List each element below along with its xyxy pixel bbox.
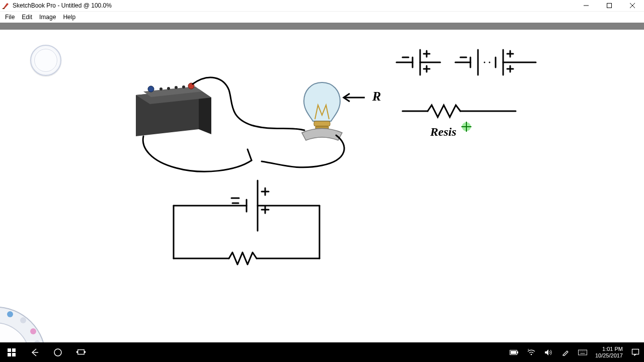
menubar: File Edit Image Help	[0, 12, 644, 23]
svg-point-30	[484, 62, 486, 63]
wifi-icon[interactable]: *	[527, 348, 536, 357]
task-view-button[interactable]	[76, 348, 86, 357]
svg-rect-0	[3, 8, 5, 9]
app-icon	[2, 2, 10, 10]
svg-point-77	[531, 354, 532, 355]
resistor-symbol	[403, 105, 516, 117]
battery-image	[136, 83, 211, 136]
menu-file[interactable]: File	[2, 13, 18, 22]
svg-point-13	[175, 86, 178, 89]
battery-icon[interactable]	[510, 348, 519, 357]
close-button[interactable]	[621, 0, 644, 11]
start-button[interactable]	[7, 348, 16, 357]
svg-rect-65	[8, 348, 11, 352]
svg-point-11	[159, 87, 163, 90]
svg-rect-73	[84, 351, 86, 353]
svg-marker-79	[545, 349, 548, 355]
window-controls	[575, 0, 644, 11]
cell-symbol-double	[455, 50, 536, 75]
svg-rect-67	[8, 353, 11, 356]
keyboard-icon[interactable]	[578, 348, 587, 357]
minimize-button[interactable]	[575, 0, 598, 11]
svg-rect-76	[511, 351, 516, 354]
maximize-button[interactable]	[598, 0, 621, 11]
back-button[interactable]	[30, 348, 39, 357]
svg-point-9	[148, 86, 154, 92]
svg-rect-68	[12, 353, 16, 356]
svg-rect-15	[314, 121, 330, 126]
canvas[interactable]: R Resis	[0, 30, 644, 342]
schematic-circuit	[174, 180, 319, 264]
lightbulb-image	[302, 82, 342, 140]
svg-rect-80	[578, 350, 587, 355]
menu-help[interactable]: Help	[60, 13, 78, 22]
svg-point-14	[182, 85, 185, 88]
label-r: R	[372, 89, 381, 104]
volume-icon[interactable]	[544, 348, 553, 357]
svg-rect-2	[607, 4, 612, 8]
svg-point-31	[489, 62, 491, 63]
taskbar: * 1:01 PM 10/25/2017	[0, 342, 644, 362]
menu-edit[interactable]: Edit	[19, 13, 35, 22]
label-resistor: Resis	[430, 125, 456, 139]
svg-rect-72	[76, 351, 78, 353]
pen-icon[interactable]	[561, 348, 570, 357]
titlebar: SketchBook Pro - Untitled @ 100.0%	[0, 0, 644, 12]
svg-rect-87	[632, 349, 639, 354]
clock-date: 10/25/2017	[595, 352, 623, 359]
svg-rect-75	[517, 351, 518, 353]
drawing-layer	[0, 30, 644, 342]
svg-rect-71	[78, 350, 85, 354]
system-tray: * 1:01 PM 10/25/2017	[510, 346, 640, 359]
svg-point-60	[7, 311, 13, 317]
tool-strip	[0, 23, 644, 30]
svg-point-12	[167, 87, 170, 90]
svg-rect-66	[12, 348, 16, 352]
taskbar-clock[interactable]: 1:01 PM 10/25/2017	[595, 346, 623, 359]
cortana-button[interactable]	[53, 348, 62, 357]
window-title: SketchBook Pro - Untitled @ 100.0%	[13, 2, 112, 9]
menu-image[interactable]: Image	[36, 13, 59, 22]
svg-point-70	[54, 349, 61, 356]
bulb-arrow-label	[344, 94, 365, 102]
clock-time: 1:01 PM	[595, 346, 623, 352]
svg-point-62	[30, 328, 36, 334]
notifications-icon[interactable]	[631, 348, 640, 357]
cell-symbol-single	[396, 50, 440, 75]
svg-point-61	[20, 317, 26, 323]
